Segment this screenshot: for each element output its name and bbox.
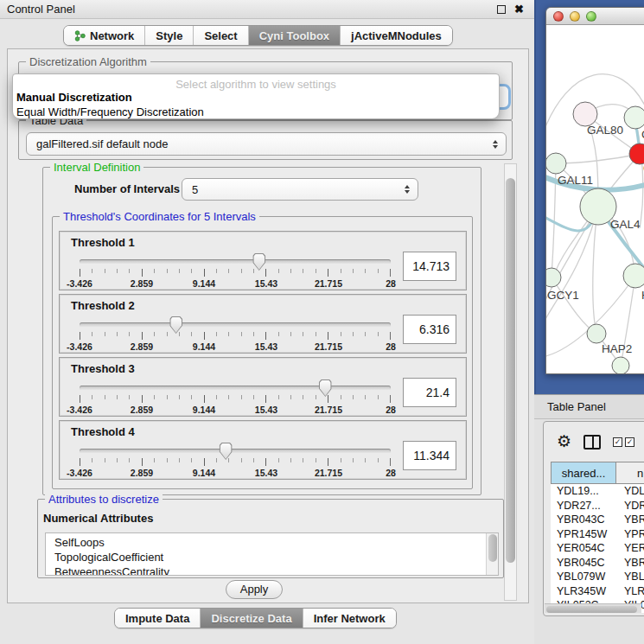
threshold-3-handle[interactable] bbox=[319, 379, 332, 397]
slider-ticks bbox=[80, 269, 391, 277]
threshold-2-slider[interactable]: -3.426 2.859 9.144 15.43 21.715 28 bbox=[80, 321, 391, 354]
tick-label: 9.144 bbox=[193, 278, 215, 289]
table-panel: ⚙ ✓ ✓ shared... n YDL19...YDL1 YDR27...Y… bbox=[543, 421, 644, 616]
node-top-right[interactable] bbox=[624, 106, 644, 129]
tick-label: 28 bbox=[386, 341, 396, 352]
checkbox-icon[interactable]: ✓ bbox=[613, 437, 622, 447]
tick-label: 21.715 bbox=[315, 278, 342, 289]
threshold-2-handle[interactable] bbox=[169, 316, 182, 334]
tab-infer-network[interactable]: Infer Network bbox=[303, 609, 396, 628]
tab-impute-data[interactable]: Impute Data bbox=[115, 609, 200, 628]
tick-label: 28 bbox=[386, 405, 396, 415]
tab-jactivemnodules[interactable]: jActiveMNodules bbox=[340, 26, 452, 45]
table-header-row: shared... n bbox=[551, 462, 644, 484]
scrollbar-thumb[interactable] bbox=[546, 606, 637, 613]
threshold-1-slider[interactable]: -3.426 2.859 9.144 15.43 21.715 28 bbox=[80, 258, 391, 290]
threshold-4-value[interactable]: 11.344 bbox=[403, 441, 456, 470]
list-item-betweennesscentrality[interactable]: BetweennessCentrality bbox=[46, 564, 498, 576]
scrollbar-thumb[interactable] bbox=[488, 534, 497, 562]
list-item-topologicalcoefficient[interactable]: TopologicalCoefficient bbox=[46, 550, 498, 564]
table-row[interactable]: YDR27...YDR2 bbox=[551, 499, 644, 513]
table-row[interactable]: YBL079WYBL0 bbox=[551, 570, 644, 584]
tick-label: 15.43 bbox=[255, 341, 277, 352]
tick-label: 21.715 bbox=[315, 405, 342, 415]
table-row[interactable]: YER054CYER0 bbox=[551, 541, 644, 556]
node-bottom[interactable] bbox=[612, 357, 629, 374]
threshold-3-value[interactable]: 21.4 bbox=[403, 378, 456, 407]
tick-label: 9.144 bbox=[193, 341, 215, 352]
tab-select[interactable]: Select bbox=[193, 26, 247, 45]
list-item-selfloops[interactable]: SelfLoops bbox=[46, 533, 498, 550]
interval-definition-title: Interval Definition bbox=[50, 161, 143, 174]
tick-label: 21.715 bbox=[315, 468, 342, 478]
network-canvas[interactable]: GAL80 G C GAL11 GAL4 GCY1 H HAP2 bbox=[546, 25, 644, 374]
threshold-1-handle[interactable] bbox=[252, 253, 265, 271]
node-label-hap2: HAP2 bbox=[602, 342, 632, 355]
tick-label: -3.426 bbox=[67, 468, 92, 478]
scrollbar-thumb[interactable] bbox=[506, 178, 515, 563]
checkbox-icon[interactable]: ✓ bbox=[625, 437, 634, 447]
panel-scrollbar[interactable] bbox=[504, 163, 517, 601]
node-label-gal4: GAL4 bbox=[610, 218, 641, 231]
numerical-attributes-list: SelfLoops TopologicalCoefficient Between… bbox=[45, 532, 499, 576]
slider-ticks bbox=[80, 458, 391, 466]
tick-label: -3.426 bbox=[67, 341, 92, 352]
table-data-combobox[interactable]: galFiltered.sif default node bbox=[26, 132, 507, 156]
combo-stepper-icon bbox=[493, 140, 498, 149]
node-gcy1[interactable] bbox=[546, 268, 561, 287]
attributes-list-scrollbar[interactable] bbox=[486, 533, 498, 575]
column-header-name[interactable]: n bbox=[616, 462, 644, 484]
node-gal11[interactable] bbox=[546, 153, 566, 174]
table-row[interactable]: YBR043CYBR0 bbox=[551, 513, 644, 527]
node-gal80[interactable] bbox=[573, 102, 597, 126]
threshold-4-handle[interactable] bbox=[220, 443, 233, 460]
tab-network[interactable]: Network bbox=[64, 26, 144, 45]
tab-style[interactable]: Style bbox=[144, 26, 193, 45]
panel-title: Control Panel bbox=[0, 3, 75, 16]
top-tab-bar: Network Style Select Cyni Toolbox jActiv… bbox=[63, 25, 453, 46]
float-window-icon[interactable] bbox=[497, 5, 506, 14]
node-hap2[interactable] bbox=[587, 324, 606, 343]
threshold-1-value[interactable]: 14.713 bbox=[403, 252, 456, 281]
minimize-traffic-light-icon[interactable] bbox=[570, 11, 580, 22]
apply-button[interactable]: Apply bbox=[226, 580, 283, 599]
table-row[interactable]: YLR345WYLR3 bbox=[551, 584, 644, 599]
slider-ticks bbox=[80, 395, 391, 403]
column-header-shared-name[interactable]: shared... bbox=[551, 462, 616, 484]
threshold-4-label: Threshold 4 bbox=[71, 425, 135, 438]
discretization-algorithm-group-title: Discretization Algorithm bbox=[26, 55, 150, 68]
tab-cyni-toolbox[interactable]: Cyni Toolbox bbox=[248, 26, 340, 45]
interval-definition-group: Interval Definition Number of Intervals … bbox=[42, 167, 481, 495]
threshold-2-value[interactable]: 6.316 bbox=[403, 315, 456, 344]
threshold-4-slider[interactable]: -3.426 2.859 9.144 15.43 21.715 28 bbox=[80, 447, 391, 480]
close-icon[interactable]: ✖ bbox=[514, 0, 524, 19]
table-row[interactable]: YDL19...YDL1 bbox=[551, 484, 644, 499]
bottom-tab-bar: Impute Data Discretize Data Infer Networ… bbox=[114, 608, 397, 628]
threshold-1-label: Threshold 1 bbox=[71, 236, 135, 249]
node-label-gal11: GAL11 bbox=[558, 174, 593, 187]
column-layout-icon[interactable] bbox=[583, 435, 601, 450]
number-of-intervals-combobox[interactable]: 5 bbox=[182, 178, 418, 201]
table-horizontal-scrollbar[interactable] bbox=[545, 603, 641, 613]
threshold-3-slider[interactable]: -3.426 2.859 9.144 15.43 21.715 28 bbox=[80, 384, 391, 417]
node-label-gal80: GAL80 bbox=[587, 124, 623, 137]
zoom-traffic-light-icon[interactable] bbox=[586, 11, 596, 22]
close-traffic-light-icon[interactable] bbox=[553, 11, 564, 22]
tick-label: 15.43 bbox=[255, 278, 277, 289]
algorithm-option-equal-width[interactable]: Equal Width/Frequency Discretization bbox=[16, 105, 204, 118]
attributes-group: Attributes to discretize Numerical Attri… bbox=[37, 499, 504, 578]
number-of-intervals-label: Number of Intervals bbox=[74, 182, 180, 195]
gear-icon[interactable]: ⚙ bbox=[557, 433, 571, 450]
tab-discretize-data[interactable]: Discretize Data bbox=[200, 609, 302, 628]
node-label-gcy1: GCY1 bbox=[547, 289, 579, 302]
network-view-window: GAL80 G C GAL11 GAL4 GCY1 H HAP2 bbox=[545, 7, 644, 374]
column-visibility-icons: ✓ ✓ bbox=[613, 437, 634, 447]
table-row[interactable]: YBR045CYBR0 bbox=[551, 556, 644, 571]
number-of-intervals-value: 5 bbox=[192, 183, 198, 196]
slider-track bbox=[80, 259, 391, 264]
algorithm-option-manual[interactable]: Manual Discretization bbox=[16, 91, 132, 104]
node-selected-red[interactable] bbox=[629, 143, 644, 164]
node-h[interactable] bbox=[623, 264, 644, 288]
attributes-group-title: Attributes to discretize bbox=[45, 493, 163, 506]
table-row[interactable]: YPR145WYPR1 bbox=[551, 527, 644, 542]
